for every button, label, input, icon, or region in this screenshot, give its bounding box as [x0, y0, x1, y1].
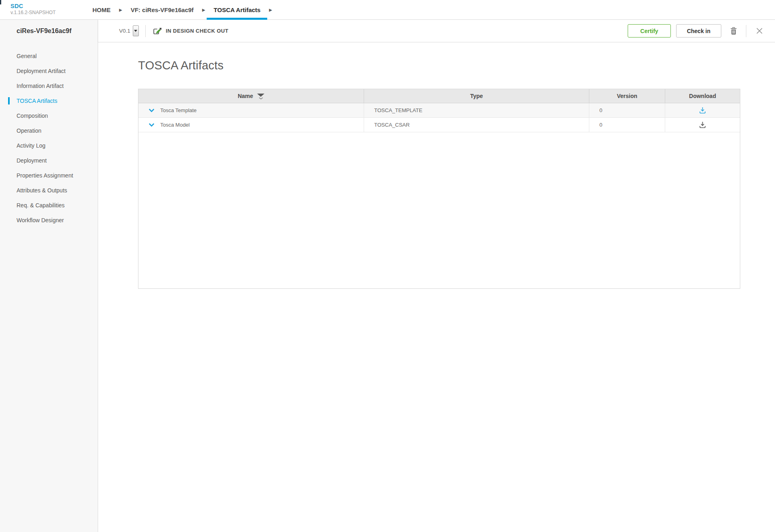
- divider: [145, 25, 146, 37]
- delete-button[interactable]: [728, 25, 739, 38]
- version-label: V0.1: [119, 28, 130, 34]
- toolbar: V0.1 IN DESIGN CHECK OUT Certify Check i…: [98, 20, 775, 42]
- page-title: TOSCA Artifacts: [138, 59, 775, 72]
- sidebar-item-information-artifact[interactable]: Information Artifact: [0, 78, 98, 93]
- close-button[interactable]: [754, 25, 765, 37]
- artifact-type: TOSCA_CSAR: [364, 118, 589, 132]
- table-header-row: Name Type Version Download: [138, 89, 740, 103]
- sidebar-item-workflow-designer[interactable]: Workflow Designer: [0, 213, 98, 227]
- sidebar-item-general[interactable]: General: [0, 48, 98, 63]
- breadcrumb: HOME ▶ VF: ciRes-VF9e16ac9f ▶ TOSCA Arti…: [86, 0, 274, 19]
- artifact-name: Tosca Model: [160, 122, 190, 128]
- component-title: ciRes-VF9e16ac9f: [17, 27, 71, 35]
- table-row-tosca-template: Tosca Template TOSCA_TEMPLATE 0: [138, 103, 740, 118]
- divider: [746, 25, 746, 37]
- breadcrumb-item-home[interactable]: HOME: [86, 0, 117, 19]
- sidebar-item-properties-assignment[interactable]: Properties Assignment: [0, 168, 98, 183]
- trash-icon: [730, 27, 737, 35]
- chevron-down-icon: [134, 30, 137, 32]
- table-row-tosca-model: Tosca Model TOSCA_CSAR 0: [138, 118, 740, 132]
- column-header-download: Download: [665, 89, 740, 103]
- column-header-name[interactable]: Name: [138, 89, 364, 103]
- download-icon[interactable]: [697, 119, 708, 130]
- artifact-version: 0: [589, 118, 665, 132]
- artifact-version: 0: [589, 103, 665, 117]
- certify-button[interactable]: Certify: [628, 24, 670, 38]
- breadcrumb-item-tosca-artifacts[interactable]: TOSCA Artifacts: [207, 0, 267, 19]
- lifecycle-state-label: IN DESIGN CHECK OUT: [166, 28, 228, 34]
- sidebar-item-attributes-outputs[interactable]: Attributes & Outputs: [0, 183, 98, 198]
- artifact-type: TOSCA_TEMPLATE: [364, 103, 589, 117]
- logo-title: SDC: [10, 3, 79, 9]
- breadcrumb-label: TOSCA Artifacts: [214, 6, 260, 13]
- lifecycle-state: IN DESIGN CHECK OUT: [152, 26, 228, 36]
- close-icon: [756, 27, 763, 34]
- sdc-logo[interactable]: SDC v.1.16.2-SNAPSHOT: [10, 0, 79, 19]
- column-header-type: Type: [364, 89, 589, 103]
- sort-icon: [257, 94, 264, 100]
- body-row: General Deployment Artifact Information …: [0, 42, 775, 532]
- edit-checkout-icon: [152, 26, 162, 36]
- breadcrumb-arrow-icon: ▶: [201, 0, 207, 19]
- artifact-name: Tosca Template: [160, 107, 197, 113]
- corner-notch: [0, 0, 1, 4]
- sidebar-item-composition[interactable]: Composition: [0, 108, 98, 123]
- toolbar-row: ciRes-VF9e16ac9f V0.1 IN DESIGN CHECK OU…: [0, 20, 775, 42]
- sidebar-item-operation[interactable]: Operation: [0, 123, 98, 138]
- sdc-app: SDC v.1.16.2-SNAPSHOT HOME ▶ VF: ciRes-V…: [0, 0, 775, 532]
- chevron-down-icon: [259, 97, 263, 100]
- table-empty-area: [138, 132, 740, 288]
- sidebar-item-req-capabilities[interactable]: Req. & Capabilities: [0, 198, 98, 213]
- tosca-artifacts-table: Name Type Version Download: [138, 89, 740, 289]
- download-icon[interactable]: [697, 105, 708, 116]
- sidebar-item-activity-log[interactable]: Activity Log: [0, 138, 98, 153]
- expand-chevron-down-icon[interactable]: [149, 108, 155, 113]
- breadcrumb-item-vf[interactable]: VF: ciRes-VF9e16ac9f: [124, 0, 201, 19]
- main-content: TOSCA Artifacts Name Type Version: [98, 42, 775, 532]
- top-nav-bar: SDC v.1.16.2-SNAPSHOT HOME ▶ VF: ciRes-V…: [0, 0, 775, 20]
- breadcrumb-arrow-icon: ▶: [117, 0, 124, 19]
- expand-chevron-down-icon[interactable]: [149, 123, 155, 127]
- sidebar-header: ciRes-VF9e16ac9f: [0, 20, 98, 42]
- version-select-stepper[interactable]: [133, 25, 139, 36]
- sidebar-menu: General Deployment Artifact Information …: [0, 42, 98, 532]
- breadcrumb-label: VF: ciRes-VF9e16ac9f: [131, 6, 194, 13]
- sidebar-item-deployment[interactable]: Deployment: [0, 153, 98, 168]
- checkin-button[interactable]: Check in: [676, 24, 721, 38]
- breadcrumb-label: HOME: [92, 6, 111, 13]
- sidebar-item-deployment-artifact[interactable]: Deployment Artifact: [0, 63, 98, 78]
- column-header-version: Version: [589, 89, 665, 103]
- logo-version: v.1.16.2-SNAPSHOT: [10, 10, 79, 15]
- sidebar-item-tosca-artifacts[interactable]: TOSCA Artifacts: [0, 93, 98, 108]
- breadcrumb-arrow-icon: ▶: [267, 0, 274, 19]
